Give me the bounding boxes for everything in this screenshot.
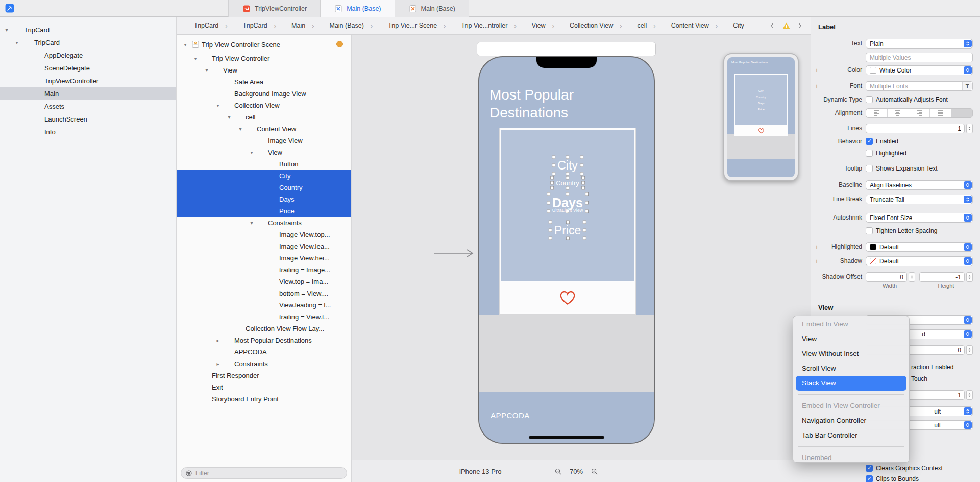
- layout-bar-icon[interactable]: [741, 467, 750, 476]
- outline-row[interactable]: First Responder: [177, 370, 351, 381]
- selection-handle[interactable]: [585, 192, 589, 196]
- disclosure-triangle[interactable]: ▾: [3, 27, 10, 33]
- selection-handle[interactable]: [550, 181, 554, 185]
- line-break-popup[interactable]: Truncate Tail: [866, 195, 973, 204]
- city-label[interactable]: City: [554, 158, 581, 174]
- inspector-tab-icon[interactable]: [917, 4, 926, 13]
- storyboard-entry-arrow[interactable]: [433, 248, 477, 258]
- menu-item[interactable]: View Without Inset: [793, 346, 909, 361]
- text-style-popup[interactable]: Plain: [866, 39, 973, 49]
- disclosure-triangle[interactable]: ▾: [248, 220, 255, 226]
- selection-handle[interactable]: [547, 210, 550, 213]
- breadcrumb-item[interactable]: Collection View: [558, 21, 626, 30]
- navigator-file-row[interactable]: ▾ TripCard: [0, 36, 176, 49]
- lines-field[interactable]: 1: [866, 124, 965, 133]
- editor-tab[interactable]: TripViewController: [228, 0, 321, 17]
- clears-graphics-checkbox[interactable]: [866, 465, 873, 472]
- breadcrumb-item[interactable]: Trip Vie...r Scene: [377, 21, 450, 30]
- outline-row[interactable]: bottom = View....: [177, 287, 351, 299]
- screen-title-label[interactable]: Most Popular Destinations: [489, 86, 604, 122]
- stepper-icon[interactable]: [966, 124, 973, 133]
- zoom-out-icon[interactable]: [554, 467, 562, 476]
- storyboard-canvas[interactable]: Most Popular Destinations City Country D…: [352, 35, 811, 482]
- enabled-checkbox[interactable]: [866, 138, 873, 145]
- stepper-icon[interactable]: [966, 390, 973, 400]
- inspector-tab-icon[interactable]: [957, 4, 966, 13]
- selection-handle[interactable]: [566, 176, 570, 180]
- stepper-icon[interactable]: [966, 272, 973, 282]
- preview-thumbnail[interactable]: Most Popular Destinations City Country D…: [723, 53, 799, 181]
- outline-row[interactable]: ▾ View: [177, 147, 351, 158]
- font-field[interactable]: Multiple Fonts T: [866, 81, 973, 91]
- selection-handle[interactable]: [549, 237, 552, 240]
- iphone-canvas[interactable]: Most Popular Destinations City Country D…: [478, 56, 655, 444]
- disclosure-triangle[interactable]: ▾: [237, 126, 244, 132]
- align-natural-segment[interactable]: ---: [951, 109, 972, 117]
- outline-row[interactable]: ▸ Most Popular Destinations: [177, 334, 351, 346]
- selection-handle[interactable]: [580, 172, 583, 176]
- toolbar-icon[interactable]: [24, 4, 34, 13]
- zoom-in-icon[interactable]: [590, 467, 599, 476]
- font-picker-button[interactable]: T: [962, 82, 972, 90]
- outline-row[interactable]: ▾ Constraints: [177, 217, 351, 229]
- outline-row[interactable]: ▾ Trip View Controller: [177, 53, 351, 64]
- outline-row[interactable]: Image View.lea...: [177, 240, 351, 252]
- breadcrumb-item[interactable]: TripCard: [183, 21, 232, 30]
- disclosure-triangle[interactable]: ▾: [248, 150, 255, 155]
- tighten-spacing-checkbox[interactable]: [866, 227, 873, 234]
- outline-row[interactable]: ▾ View: [177, 64, 351, 76]
- outline-row[interactable]: Price: [177, 205, 351, 217]
- selection-handle[interactable]: [581, 176, 585, 180]
- xcode-app-icon[interactable]: [5, 4, 14, 13]
- toolbar-icon[interactable]: [167, 4, 177, 13]
- selection-handle[interactable]: [566, 172, 570, 176]
- selection-handle[interactable]: [581, 181, 585, 185]
- outline-row[interactable]: Background Image View: [177, 88, 351, 100]
- canvas-bar-icon[interactable]: [394, 467, 403, 476]
- collection-cell[interactable]: City Country Days UltraLight View Price: [499, 128, 636, 315]
- selection-handle[interactable]: [583, 229, 586, 232]
- selection-handle[interactable]: [581, 186, 585, 190]
- selection-handle[interactable]: [580, 156, 583, 159]
- navigator-file-row[interactable]: ▾ TripCard: [0, 23, 176, 36]
- outline-row[interactable]: ▾ Collection View: [177, 100, 351, 111]
- next-item-icon[interactable]: [795, 21, 804, 30]
- breadcrumb-item[interactable]: Trip Vie...ntroller: [450, 21, 520, 30]
- outline-row[interactable]: Image View: [177, 135, 351, 147]
- breadcrumb-item[interactable]: TripCard: [232, 21, 281, 30]
- selection-handle[interactable]: [550, 176, 554, 180]
- toolbar-icon[interactable]: [106, 4, 115, 13]
- disclosure-triangle[interactable]: ▾: [192, 56, 199, 61]
- selection-handle[interactable]: [566, 221, 570, 224]
- disclosure-triangle[interactable]: ▾: [13, 40, 20, 45]
- disclosure-triangle[interactable]: ▸: [214, 361, 222, 367]
- device-selector[interactable]: iPhone 13 Pro: [459, 467, 501, 475]
- price-label[interactable]: Price: [551, 223, 584, 238]
- highlighted-checkbox[interactable]: [866, 150, 873, 157]
- layout-bar-icon[interactable]: [722, 467, 731, 476]
- adjusts-font-checkbox[interactable]: [866, 96, 873, 103]
- selection-handle[interactable]: [552, 164, 555, 167]
- layout-bar-icon[interactable]: [760, 467, 769, 476]
- highlighted-color-popup[interactable]: Default: [866, 242, 973, 252]
- color-popup[interactable]: White Color: [866, 65, 973, 75]
- canvas-bar-icon[interactable]: [376, 467, 384, 476]
- selection-handle[interactable]: [552, 172, 555, 176]
- scene-dock-icon[interactable]: [578, 44, 587, 54]
- align-right-segment[interactable]: [909, 109, 930, 117]
- inspector-tab-icon[interactable]: [897, 4, 906, 13]
- inspector-tab-icon[interactable]: [937, 4, 946, 13]
- outline-row[interactable]: trailing = View.t...: [177, 311, 351, 323]
- editor-tab[interactable]: Main (Base): [395, 0, 469, 17]
- outline-row[interactable]: Image View.top...: [177, 229, 351, 240]
- editor-tab[interactable]: Main (Base): [320, 0, 395, 17]
- disclosure-triangle[interactable]: ▾: [182, 42, 189, 47]
- navigator-file-row[interactable]: Main: [0, 87, 176, 100]
- warning-badge-icon[interactable]: [781, 21, 791, 30]
- scene-dock-icon[interactable]: [562, 44, 571, 54]
- disclosure-triangle[interactable]: ▸: [214, 338, 222, 343]
- editor-option-icon[interactable]: [795, 4, 804, 13]
- outline-row[interactable]: trailing = Image...: [177, 264, 351, 276]
- selection-handle[interactable]: [583, 237, 586, 240]
- selection-handle[interactable]: [552, 156, 555, 159]
